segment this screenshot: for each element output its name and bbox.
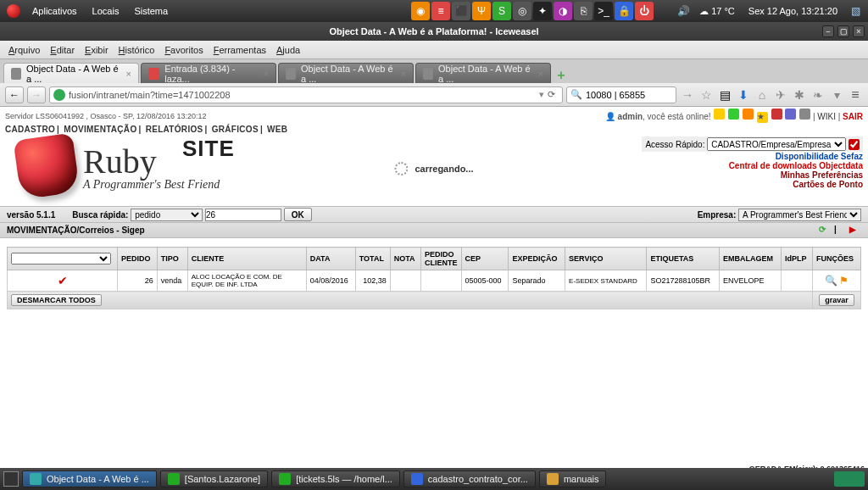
youtube-icon[interactable]: ▶ xyxy=(849,225,861,237)
forward-button[interactable]: → xyxy=(27,86,46,103)
tray-icon[interactable]: ⎘ xyxy=(574,2,593,20)
status-badge[interactable] xyxy=(799,109,810,120)
close-button[interactable]: × xyxy=(853,25,865,37)
refresh-icon[interactable]: ⟳ xyxy=(819,225,831,237)
workspace-switcher[interactable] xyxy=(834,471,865,487)
version-label: versão 5.1.1 xyxy=(7,210,55,220)
tray-icon[interactable]: ✦ xyxy=(533,2,552,20)
gravar-button[interactable]: gravar xyxy=(819,294,854,306)
tray-expand-icon[interactable]: ▧ xyxy=(846,2,865,20)
status-badge[interactable] xyxy=(785,109,796,120)
filter-select[interactable] xyxy=(11,253,111,264)
qa-checkbox[interactable] xyxy=(849,139,860,150)
qa-link[interactable]: Central de downloads Objectdata xyxy=(642,161,863,170)
new-tab-button[interactable]: + xyxy=(553,68,570,83)
distro-icon[interactable] xyxy=(7,4,20,18)
status-badge[interactable] xyxy=(728,109,739,120)
search-box[interactable]: 🔍 10080 | 65855 xyxy=(566,86,676,103)
desmarcar-button[interactable]: DESMARCAR TODOS xyxy=(11,294,102,306)
tab-close-icon[interactable]: × xyxy=(538,69,543,79)
lock-icon[interactable]: 🔒 xyxy=(615,2,633,20)
footprint-icon[interactable]: ❧ xyxy=(810,87,826,103)
qa-link[interactable]: Minhas Preferências xyxy=(642,170,863,180)
user-icon: 👤 xyxy=(605,112,615,121)
status-badge[interactable] xyxy=(714,109,725,120)
maximize-button[interactable]: ▢ xyxy=(837,25,849,37)
taskbar-item[interactable]: cadastro_contrato_cor... xyxy=(403,471,536,487)
empresa-select[interactable]: A Programmer's Best Friend xyxy=(738,209,861,221)
wiki-link[interactable]: WIKI xyxy=(817,112,836,121)
tray-icon[interactable]: ⬛ xyxy=(452,2,470,20)
check-icon[interactable]: ✔ xyxy=(58,274,68,287)
reload-icon[interactable]: ⟳ xyxy=(544,89,559,100)
qa-link[interactable]: Cartões de Ponto xyxy=(642,180,863,189)
volume-icon[interactable]: 🔊 xyxy=(674,2,693,20)
weather[interactable]: ☁ 17 °C xyxy=(694,6,740,17)
send-icon[interactable]: ✈ xyxy=(773,87,788,103)
menu-tools[interactable]: Ferramentas xyxy=(210,43,270,57)
cell-pedido: 26 xyxy=(118,270,158,292)
clock[interactable]: Sex 12 Ago, 13:21:20 xyxy=(742,6,844,16)
downloads-icon[interactable]: ⬇ xyxy=(736,87,751,103)
taskbar-item[interactable]: [tickets.5ls — /home/l... xyxy=(271,471,400,487)
search-icon[interactable]: 🔍 xyxy=(825,275,837,287)
qa-link[interactable]: Disponibilidade Sefaz xyxy=(642,152,863,161)
table-row[interactable]: ✔ 26 venda ALOC LOCAÇÃO E COM. DE EQUIP.… xyxy=(8,270,861,292)
menu-bookmarks[interactable]: Favoritos xyxy=(161,43,206,57)
logout-link[interactable]: SAIR xyxy=(843,112,863,121)
dropdown-icon[interactable]: ▾ xyxy=(829,87,844,103)
terminal-icon[interactable]: >_ xyxy=(594,2,613,20)
tray-icon[interactable]: S xyxy=(492,2,511,20)
tab[interactable]: Object Data - A Web é a ...× xyxy=(278,63,414,83)
topmenu-relatorios[interactable]: RELATÓRIOS xyxy=(146,125,203,134)
menu-help[interactable]: Ajuda xyxy=(273,43,303,57)
gear-icon[interactable]: ✱ xyxy=(792,87,807,103)
menu-applications[interactable]: Aplicativos xyxy=(25,3,84,19)
tray-icon[interactable]: Ψ xyxy=(472,2,491,20)
menu-edit[interactable]: Editar xyxy=(47,43,78,57)
taskbar-item[interactable]: [Santos.Lazarone] xyxy=(160,471,268,487)
topmenu-movimentacao[interactable]: MOVIMENTAÇÃO xyxy=(64,125,136,134)
minimize-button[interactable]: – xyxy=(822,25,834,37)
busca-input[interactable] xyxy=(205,209,281,221)
bookmark-star-icon[interactable]: ☆ xyxy=(698,87,714,103)
url-bar[interactable]: fusion/intranet/main?time=1471002208 ▾ ⟳ xyxy=(49,86,563,103)
status-badge[interactable] xyxy=(771,109,782,120)
tab-close-icon[interactable]: × xyxy=(264,69,269,79)
menu-view[interactable]: Exibir xyxy=(81,43,112,57)
flag-icon[interactable]: ⚑ xyxy=(839,275,849,287)
gnome-panel: Aplicativos Locais Sistema ◉ ≡ ⬛ Ψ S ◎ ✦… xyxy=(0,0,868,22)
power-icon[interactable]: ⏻ xyxy=(635,2,654,20)
tab-close-icon[interactable]: × xyxy=(126,69,131,79)
busca-select[interactable]: pedido xyxy=(131,209,203,221)
tab[interactable]: Object Data - A Web é a ...× xyxy=(3,63,139,83)
bookmarks-icon[interactable]: ▤ xyxy=(717,87,732,103)
go-icon[interactable]: → xyxy=(680,87,695,103)
taskbar-item[interactable]: Object Data - A Web é ... xyxy=(22,471,157,487)
status-badge[interactable] xyxy=(743,109,754,120)
home-icon[interactable]: ⌂ xyxy=(754,87,770,103)
ok-button[interactable]: OK xyxy=(284,208,312,221)
menu-places[interactable]: Locais xyxy=(86,3,126,19)
topmenu-web[interactable]: WEB xyxy=(267,125,287,134)
qa-select[interactable]: CADASTRO/Empresa/Empresa xyxy=(707,137,846,151)
topmenu-graficos[interactable]: GRÁFICOS xyxy=(212,125,259,134)
tray-icon[interactable]: ≡ xyxy=(431,2,450,20)
menu-system[interactable]: Sistema xyxy=(127,3,175,19)
tray-icon[interactable]: ◎ xyxy=(513,2,531,20)
topmenu-cadastro[interactable]: CADASTRO xyxy=(5,125,55,134)
show-desktop-button[interactable] xyxy=(3,471,19,487)
site-identity-icon[interactable] xyxy=(53,89,65,101)
tab[interactable]: Entrada (3.834) - laza...× xyxy=(141,63,276,83)
ruby-logo-icon xyxy=(13,132,80,199)
menu-file[interactable]: Arquivo xyxy=(5,43,43,57)
menu-icon[interactable]: ≡ xyxy=(848,87,863,103)
status-badge[interactable]: ★ xyxy=(757,112,768,123)
tab-close-icon[interactable]: × xyxy=(401,69,406,79)
tab[interactable]: Object Data - A Web é a ...× xyxy=(415,63,551,83)
menu-history[interactable]: Histórico xyxy=(115,43,159,57)
tray-icon[interactable]: ◑ xyxy=(554,2,572,20)
tray-icon[interactable]: ◉ xyxy=(411,2,430,20)
taskbar-item[interactable]: manuais xyxy=(539,471,607,487)
back-button[interactable]: ← xyxy=(5,86,24,103)
